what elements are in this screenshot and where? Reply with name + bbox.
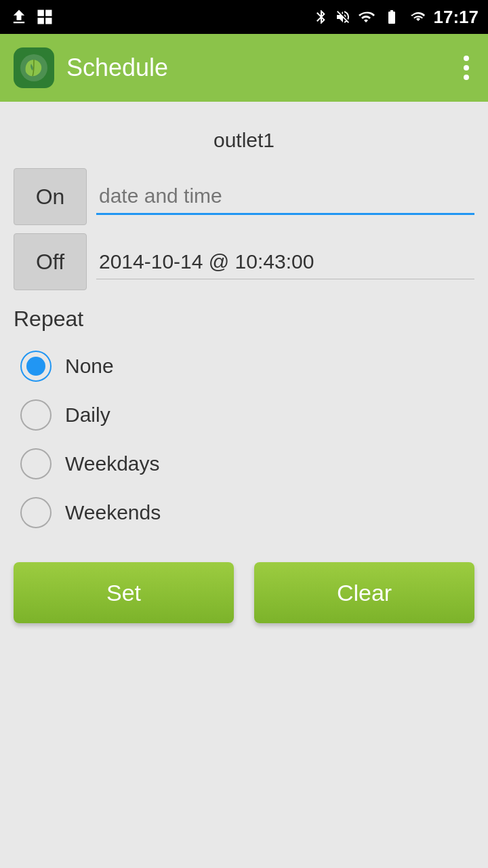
bluetooth-icon xyxy=(313,9,329,25)
status-bar-right: 17:17 xyxy=(313,7,479,28)
off-date-input[interactable] xyxy=(96,245,474,279)
toolbar-left: Schedule xyxy=(14,47,168,88)
off-row: Off xyxy=(14,233,474,290)
leaf-icon xyxy=(20,54,47,81)
radio-weekdays-label: Weekdays xyxy=(65,452,160,475)
main-content: outlet1 On Off Repeat None Daily Weekday… xyxy=(0,102,488,650)
overflow-menu-button[interactable] xyxy=(458,50,474,85)
radio-none-label: None xyxy=(65,355,114,378)
radio-weekdays[interactable]: Weekdays xyxy=(20,441,474,486)
radio-none[interactable]: None xyxy=(20,344,474,389)
menu-dot-1 xyxy=(464,56,469,61)
upload-icon xyxy=(9,7,28,26)
on-row: On xyxy=(14,168,474,225)
clear-button[interactable]: Clear xyxy=(254,562,474,623)
toolbar-title: Schedule xyxy=(66,54,168,82)
radio-daily-label: Daily xyxy=(65,403,110,427)
repeat-radio-group: None Daily Weekdays Weekends xyxy=(20,344,474,535)
radio-weekends[interactable]: Weekends xyxy=(20,490,474,535)
battery-icon xyxy=(381,9,403,25)
radio-none-dot xyxy=(26,357,45,376)
radio-daily-circle xyxy=(20,399,52,431)
app-icon xyxy=(14,47,54,88)
off-button[interactable]: Off xyxy=(14,233,87,290)
radio-none-circle xyxy=(20,351,52,382)
wifi-icon xyxy=(357,9,375,25)
grid-icon xyxy=(35,7,54,26)
radio-weekdays-circle xyxy=(20,448,52,479)
radio-weekends-circle xyxy=(20,497,52,528)
toolbar: Schedule xyxy=(0,34,488,102)
set-button[interactable]: Set xyxy=(14,562,234,623)
signal-icon xyxy=(408,9,428,25)
mute-icon xyxy=(335,9,351,25)
menu-dot-3 xyxy=(464,75,469,80)
radio-daily[interactable]: Daily xyxy=(20,393,474,437)
status-bar-left xyxy=(9,7,54,26)
on-button[interactable]: On xyxy=(14,168,87,225)
menu-dot-2 xyxy=(464,65,469,71)
radio-weekends-label: Weekends xyxy=(65,501,161,524)
outlet-name: outlet1 xyxy=(14,129,474,152)
repeat-label: Repeat xyxy=(14,307,474,332)
action-buttons: Set Clear xyxy=(14,562,474,623)
on-date-input[interactable] xyxy=(96,179,474,215)
status-bar: 17:17 xyxy=(0,0,488,34)
status-time: 17:17 xyxy=(434,7,479,28)
